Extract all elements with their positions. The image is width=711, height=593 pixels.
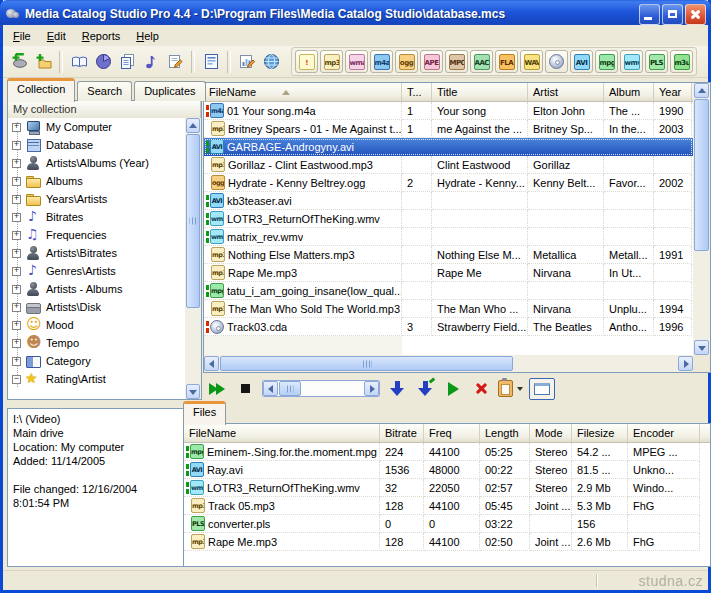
scrollbar-thumb[interactable] — [186, 134, 200, 308]
tree-item-artists-disk[interactable]: +Artists\Disk — [8, 298, 185, 316]
expand-icon[interactable]: + — [12, 321, 21, 330]
table-row[interactable]: m4a01 Your song.m4a1Your songElton JohnT… — [204, 102, 693, 120]
table-row[interactable]: mp3The Man Who Sold The World.mp3The Man… — [204, 300, 693, 318]
tree-item-mood[interactable]: +Mood — [8, 316, 185, 334]
scrollbar-thumb[interactable] — [694, 99, 709, 251]
format-filter-aac[interactable]: AAC — [470, 50, 493, 73]
fast-forward-button[interactable] — [206, 377, 228, 401]
tree-item-my-computer[interactable]: +My Computer — [8, 118, 185, 136]
expand-icon[interactable]: + — [12, 123, 21, 132]
minimize-button[interactable] — [639, 4, 660, 25]
download-all-button[interactable] — [414, 377, 436, 401]
table-row[interactable]: wmvmatrix_rev.wmv — [204, 228, 693, 246]
tab-search[interactable]: Search — [77, 81, 132, 101]
preview-window-button[interactable] — [529, 378, 555, 400]
table-row[interactable]: AVIRay.avi15364800000:22Stereo81.5 ...Un… — [184, 461, 710, 479]
format-filter-ape[interactable]: APE — [420, 50, 443, 73]
column-header-album[interactable]: Album — [604, 83, 654, 101]
format-filter-ogg[interactable]: ogg — [395, 50, 418, 73]
format-filter-fla[interactable]: FLA — [495, 50, 518, 73]
expand-icon[interactable]: + — [12, 195, 21, 204]
column-header-bitrate[interactable]: Bitrate — [380, 424, 424, 442]
table-row[interactable]: mp3Rape Me.mp31284410002:50Joint ...2.6 … — [184, 533, 710, 551]
playback-position-slider[interactable] — [262, 380, 380, 397]
copy-button[interactable] — [115, 50, 139, 74]
table-row[interactable]: mp3Nothing Else Matters.mp3Nothing Else … — [204, 246, 693, 264]
collapse-icon[interactable]: − — [12, 375, 21, 384]
column-header-t[interactable]: T... — [402, 83, 432, 101]
tree-item-years-artists[interactable]: +Years\Artists — [8, 190, 185, 208]
stop-button[interactable] — [234, 377, 256, 401]
close-button[interactable] — [685, 4, 706, 25]
menu-help[interactable]: Help — [128, 27, 167, 45]
web-button[interactable] — [259, 50, 283, 74]
format-filter-mpg[interactable]: mpg — [595, 50, 618, 73]
table-row[interactable]: mpgtatu_i_am_going_insane(low_qual... — [204, 282, 693, 300]
expand-icon[interactable]: + — [12, 141, 21, 150]
scroll-down-button[interactable] — [694, 340, 709, 355]
music-note-button[interactable] — [139, 50, 163, 74]
column-header-filename[interactable]: FileName — [184, 424, 380, 442]
scroll-up-button[interactable] — [186, 118, 200, 133]
add-folder-button[interactable] — [31, 50, 55, 74]
menu-reports[interactable]: Reports — [74, 27, 129, 45]
report-button[interactable] — [199, 50, 223, 74]
paste-button[interactable] — [498, 377, 523, 401]
format-filter-wav[interactable]: WAV — [520, 50, 543, 73]
tree-item-tempo[interactable]: +Tempo — [8, 334, 185, 352]
table-row[interactable]: Track03.cda3Strawberry Field...The Beatl… — [204, 318, 693, 336]
slider-left-button[interactable] — [263, 381, 278, 396]
table-row[interactable]: oggHydrate - Kenny Beltrey.ogg2Hydrate -… — [204, 174, 693, 192]
tree-item-rating-artist[interactable]: −Rating\Artist — [8, 370, 185, 388]
expand-icon[interactable]: + — [12, 357, 21, 366]
column-header-filename[interactable]: FileName — [204, 83, 402, 101]
table-row[interactable]: wmvLOTR3_ReturnOfTheKing.wmv322205002:57… — [184, 479, 710, 497]
format-filter-m4a[interactable]: m4a — [370, 50, 393, 73]
main-list-vertical-scrollbar[interactable] — [693, 83, 710, 355]
tree-vertical-scrollbar[interactable] — [185, 118, 201, 399]
slider-thumb[interactable] — [279, 381, 301, 396]
column-header-title[interactable]: Title — [432, 83, 528, 101]
slider-right-button[interactable] — [364, 381, 379, 396]
column-header-year[interactable]: Year — [654, 83, 692, 101]
tree-item-artists-albums-year[interactable]: +Artists\Albums (Year) — [8, 154, 185, 172]
expand-icon[interactable]: + — [12, 303, 21, 312]
format-filter-attention[interactable]: ! — [295, 50, 318, 73]
tab-files[interactable]: Files — [183, 401, 226, 425]
table-row[interactable]: wmvLOTR3_ReturnOfTheKing.wmv — [204, 210, 693, 228]
tree-item-artists-bitrates[interactable]: +Artists\Bitrates — [8, 244, 185, 262]
table-row[interactable]: mp3Rape Me.mp3Rape MeNirvanaIn Ut... — [204, 264, 693, 282]
maximize-button[interactable] — [662, 4, 683, 25]
tab-collection[interactable]: Collection — [7, 78, 75, 102]
expand-icon[interactable]: + — [12, 177, 21, 186]
table-row[interactable]: mpgEminem-.Sing.for.the.moment.mpg224441… — [184, 443, 710, 461]
table-row[interactable]: mp3Track 05.mp31284410005:45Joint ...5.3… — [184, 497, 710, 515]
scroll-right-button[interactable] — [678, 356, 693, 371]
table-row[interactable]: mp3Britney Spears - 01 - Me Against t...… — [204, 120, 693, 138]
expand-icon[interactable]: + — [12, 231, 21, 240]
tab-duplicates[interactable]: Duplicates — [134, 81, 205, 101]
column-header-length[interactable]: Length — [480, 424, 530, 442]
column-header-filesize[interactable]: Filesize — [572, 424, 628, 442]
column-header-artist[interactable]: Artist — [528, 83, 604, 101]
slider-track[interactable] — [301, 381, 364, 396]
column-header-encoder[interactable]: Encoder — [628, 424, 700, 442]
tree-item-albums[interactable]: +Albums — [8, 172, 185, 190]
column-header-mode[interactable]: Mode — [530, 424, 572, 442]
menu-file[interactable]: File — [5, 27, 39, 45]
expand-icon[interactable]: + — [12, 267, 21, 276]
tree-item-bitrates[interactable]: +Bitrates — [8, 208, 185, 226]
format-filter-avi[interactable]: AVI — [570, 50, 593, 73]
titlebar[interactable]: Media Catalog Studio Pro 4.4 - D:\Progra… — [0, 0, 711, 28]
format-filter-wmv[interactable]: wmv — [620, 50, 643, 73]
tree-item-database[interactable]: +Database — [8, 136, 185, 154]
scroll-down-button[interactable] — [186, 384, 200, 399]
add-media-button[interactable] — [7, 50, 31, 74]
table-row[interactable]: PLSconverter.pls0003:22156 — [184, 515, 710, 533]
expand-icon[interactable]: + — [12, 159, 21, 168]
table-row[interactable]: mp3Gorillaz - Clint Eastwood.mp3Clint Ea… — [204, 156, 693, 174]
play-button[interactable] — [442, 377, 464, 401]
format-filter-m3u[interactable]: m3u — [670, 50, 693, 73]
edit-button[interactable] — [163, 50, 187, 74]
main-list-horizontal-scrollbar[interactable] — [204, 355, 693, 372]
